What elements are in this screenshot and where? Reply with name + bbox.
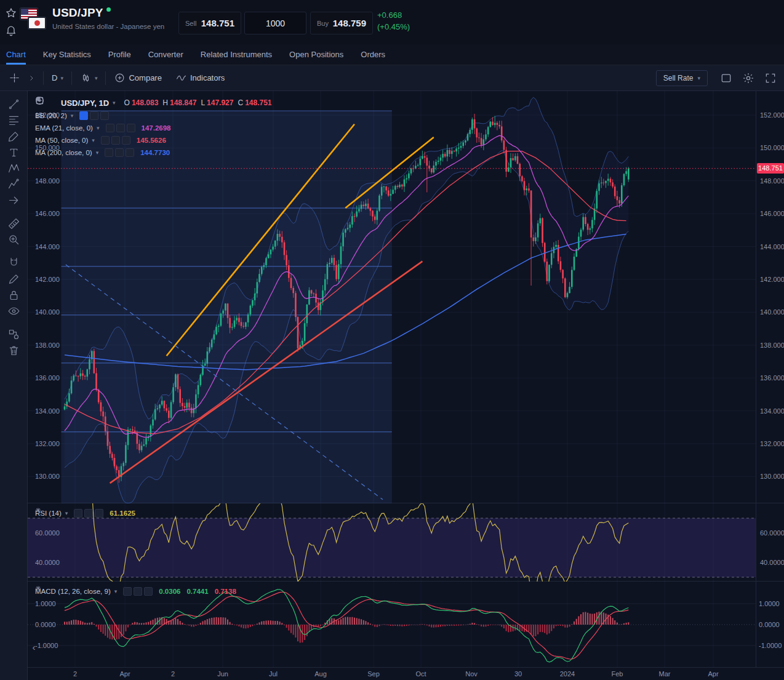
indicator-row-rsi[interactable]: RSI (14) ▾ 61.1625 [35,507,135,519]
crosshair-tool-button[interactable] [5,70,24,86]
tab-related-instruments[interactable]: Related Instruments [201,44,272,65]
text-tool[interactable] [5,144,22,160]
pencil-tool[interactable] [5,271,22,287]
chevron-down-icon: ▾ [113,100,116,106]
indicator-remove-icon[interactable] [144,587,153,596]
chevron-down-icon: ▾ [71,113,74,119]
tab-key-statistics[interactable]: Key Statistics [43,44,91,65]
chevron-down-icon: ▾ [65,510,68,516]
lock-tool[interactable] [5,287,22,303]
time-axis-label: 2 [65,670,85,678]
indicator-settings-icon[interactable] [111,136,120,145]
indicator-settings-icon[interactable] [90,111,98,120]
brush-tool[interactable] [5,128,22,144]
indicators-wave-icon [175,72,187,84]
indicator-value: 61.1625 [110,510,135,517]
sell-button[interactable]: Sell 148.751 [178,12,241,34]
price-pane[interactable]: 152.000150.000148.000146.000144.000142.0… [28,91,784,503]
indicator-remove-icon[interactable] [100,111,109,120]
time-axis-label: Jun [213,670,233,678]
price-scale-right[interactable]: 148.751 152.000150.000148.000146.000144.… [756,91,784,668]
chart-legend: USD/JPY, 1D ▾ O148.083 H148.847 L147.927… [35,96,272,159]
chevron-down-icon: ▾ [60,75,63,81]
ohlc-key: O [124,98,130,107]
indicator-settings-icon[interactable] [115,148,124,157]
zoom-in-tool[interactable] [5,231,22,247]
fib-retracement-tool[interactable] [5,112,22,128]
indicator-settings-icon[interactable] [84,509,93,518]
indicator-row-macd[interactable]: MACD (12, 26, close, 9) ▾ 0.0306 0.7441 … [35,585,236,598]
rsi-pane[interactable]: 60.000040.0000 RSI (14) ▾ 61.1625 [28,503,784,582]
chevron-down-icon: ▾ [92,137,95,143]
eye-tool[interactable] [5,303,22,319]
xabcd-pattern-tool[interactable] [5,160,22,176]
chevron-down-icon: ▾ [95,75,98,81]
time-axis-label: Nov [462,670,481,678]
sell-label: Sell [185,20,196,27]
time-axis-label: Apr [115,670,135,678]
price-axis-label: 140.000 [760,308,784,316]
tab-profile[interactable]: Profile [108,44,131,65]
indicator-remove-icon[interactable] [95,509,103,518]
magnet-tool[interactable] [5,255,22,271]
symbol-title: USD/JPY [52,6,103,20]
layout-button[interactable] [720,72,732,84]
pane-maximize-icon[interactable] [48,98,57,108]
ohlc-key: L [201,98,205,107]
price-axis-label: 148.000 [760,177,784,185]
rate-type-dropdown[interactable]: Sell Rate ▾ [656,70,708,86]
watchlist-star-icon[interactable] [5,7,17,19]
last-price-tag: 148.751 [757,163,784,174]
indicator-eye-icon[interactable] [123,587,132,596]
forecast-tool[interactable] [5,176,22,192]
tab-chart[interactable]: Chart [6,44,26,65]
fullscreen-button[interactable] [764,72,777,84]
alert-bell-icon[interactable] [5,24,17,36]
quantity-input[interactable] [244,12,306,34]
indicator-remove-icon[interactable] [127,124,135,132]
trend-line-tool[interactable] [5,96,22,112]
chevron-right-icon[interactable] [24,72,39,84]
indicator-controls [106,124,135,132]
indicator-row-ema21[interactable]: EMA (21, close, 0) ▾ 147.2698 [35,122,272,134]
interval-value: D [52,73,57,82]
tab-orders[interactable]: Orders [361,44,385,65]
indicator-row-ma200[interactable]: MA (200, close, 0) ▾ 144.7730 [35,146,272,159]
indicator-settings-icon[interactable] [116,124,125,132]
legend-symbol-title[interactable]: USD/JPY, 1D [61,98,109,108]
arrow-tool[interactable] [5,192,22,208]
indicator-row-ma50[interactable]: MA (50, close, 0) ▾ 145.5626 [35,134,272,146]
buy-button[interactable]: Buy 148.759 [310,12,373,34]
drawing-tools-sidebar [0,91,28,680]
chart-style-dropdown[interactable]: ▾ [76,70,102,86]
trading-platform: USD/JPY United States dollar - Japanese … [0,0,784,680]
object-tree-tool[interactable] [5,326,22,342]
interval-dropdown[interactable]: D ▾ [48,71,67,85]
chevron-left-icon[interactable]: ‹ [29,642,39,652]
indicator-eye-icon[interactable] [105,148,113,157]
settings-button[interactable] [742,72,754,84]
rsi-chart-canvas[interactable] [28,503,784,582]
chevron-down-icon: ▾ [697,75,700,81]
indicator-eye-icon[interactable] [106,124,114,132]
ohlc-key: C [238,98,243,107]
indicator-remove-icon[interactable] [122,136,130,145]
time-axis[interactable]: 2Apr2JunJulAugSepOctNov302024FebMarApr [28,668,784,680]
indicator-eye-icon[interactable] [79,111,88,120]
indicator-eye-icon[interactable] [101,136,110,145]
macd-axis-label: 0.0000 [759,621,780,628]
indicator-row-bb[interactable]: BB (20, 2) ▾ [35,110,272,122]
measure-tool[interactable] [5,215,22,231]
indicator-eye-icon[interactable] [74,509,82,518]
price-axis-label: 152.000 [760,111,784,119]
trash-tool[interactable] [5,342,22,358]
tab-converter[interactable]: Converter [148,44,183,65]
indicators-button[interactable]: Indicators [172,70,228,86]
indicator-controls [105,148,134,157]
indicator-remove-icon[interactable] [126,148,134,157]
chart-area[interactable]: 152.000150.000148.000146.000144.000142.0… [28,91,784,680]
compare-button[interactable]: Compare [110,70,165,86]
indicator-settings-icon[interactable] [134,587,142,596]
macd-pane[interactable]: 1.00000.0000-1.0000 MACD (12, 26, close,… [28,582,784,668]
tab-open-positions[interactable]: Open Positions [289,44,343,65]
